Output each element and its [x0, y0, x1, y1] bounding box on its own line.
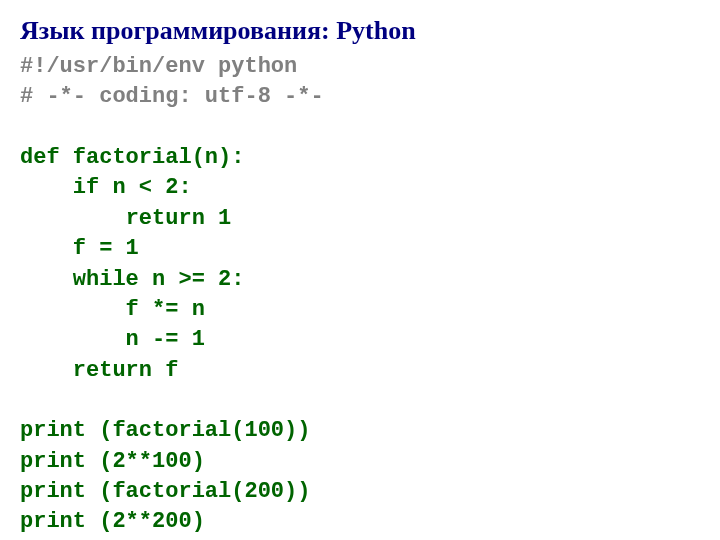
code-text: f *= n: [20, 297, 205, 322]
code-indent: [20, 358, 73, 383]
code-keyword: return: [73, 358, 152, 383]
code-keyword: print: [20, 418, 86, 443]
code-keyword: return: [126, 206, 205, 231]
code-comment: #!/usr/bin/env python: [20, 54, 297, 79]
code-keyword: if: [73, 175, 99, 200]
code-text: f: [152, 358, 178, 383]
code-text: (factorial(100)): [86, 418, 310, 443]
code-block: #!/usr/bin/env python # -*- coding: utf-…: [20, 52, 700, 538]
code-keyword: print: [20, 449, 86, 474]
code-text: (2**200): [86, 509, 205, 534]
code-text: n -= 1: [20, 327, 205, 352]
slide-title: Язык программирования: Python: [20, 16, 700, 46]
code-text: f = 1: [20, 236, 139, 261]
code-keyword: print: [20, 479, 86, 504]
code-text: (factorial(200)): [86, 479, 310, 504]
code-text: factorial(n):: [60, 145, 245, 170]
code-keyword: def: [20, 145, 60, 170]
code-indent: [20, 206, 126, 231]
code-text: 1: [205, 206, 231, 231]
code-keyword: while: [73, 267, 139, 292]
code-text: (2**100): [86, 449, 205, 474]
code-text: n >= 2:: [139, 267, 245, 292]
code-keyword: print: [20, 509, 86, 534]
code-indent: [20, 175, 73, 200]
code-comment: # -*- coding: utf-8 -*-: [20, 84, 324, 109]
code-text: n < 2:: [99, 175, 191, 200]
code-indent: [20, 267, 73, 292]
